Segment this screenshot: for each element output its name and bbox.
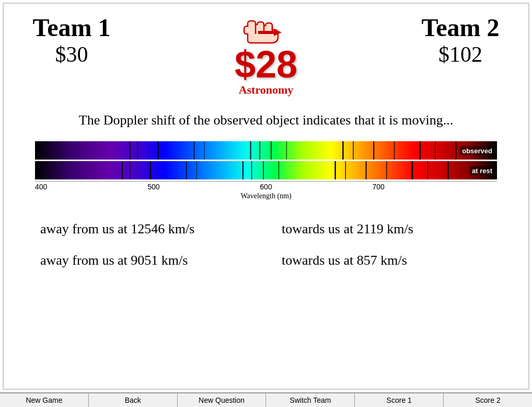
observed-spectrum-bar: observed [35, 141, 497, 160]
wavelength-600: 600 [260, 183, 272, 191]
svg-rect-4 [258, 31, 275, 34]
svg-rect-5 [35, 141, 497, 160]
team1-block: Team 1 $30 [25, 14, 119, 67]
observed-label: observed [460, 146, 494, 155]
at-rest-spectrum-bar: at rest [35, 161, 497, 179]
back-button[interactable]: Back [89, 393, 178, 407]
header-row: Team 1 $30 $28 Astronomy [14, 9, 518, 102]
answer-1[interactable]: away from us at 12546 km/s [35, 219, 256, 240]
switch-team-button[interactable]: Switch Team [266, 393, 355, 407]
question-text: The Doppler shift of the observed object… [30, 112, 502, 128]
main-content: Team 1 $30 $28 Astronomy [3, 3, 529, 390]
observed-spectrum-row: observed [35, 141, 497, 160]
spectrum-container: observed [35, 141, 497, 200]
at-rest-label: at rest [470, 166, 494, 175]
wavelength-axis-label: Wavelength (nm) [35, 192, 497, 200]
at-rest-spectrum-svg [35, 161, 497, 179]
category-label: Astronomy [239, 83, 294, 97]
wavelength-700: 700 [372, 183, 384, 191]
hand-pointer-icon [242, 14, 290, 46]
score2-button[interactable]: Score 2 [444, 393, 532, 407]
score1-button[interactable]: Score 1 [355, 393, 444, 407]
toolbar: New Game Back New Question Switch Team S… [0, 392, 532, 407]
new-question-button[interactable]: New Question [178, 393, 267, 407]
team1-score: $30 [55, 42, 88, 67]
price-display: $28 [235, 46, 297, 83]
answer-4[interactable]: towards us at 857 km/s [276, 250, 497, 271]
wavelength-400: 400 [35, 183, 47, 191]
new-game-button[interactable]: New Game [0, 393, 89, 407]
at-rest-spectrum-row: at rest [35, 161, 497, 179]
team2-score: $102 [438, 42, 482, 67]
observed-spectrum-svg [35, 141, 497, 160]
team2-block: Team 2 $102 [413, 14, 507, 67]
answer-2[interactable]: towards us at 2119 km/s [276, 219, 497, 240]
team1-name: Team 1 [33, 14, 111, 42]
center-header: $28 Astronomy [235, 14, 297, 97]
team2-name: Team 2 [422, 14, 500, 42]
wavelength-500: 500 [147, 183, 159, 191]
answer-3[interactable]: away from us at 9051 km/s [35, 250, 256, 271]
answers-grid: away from us at 12546 km/s towards us at… [35, 219, 497, 271]
